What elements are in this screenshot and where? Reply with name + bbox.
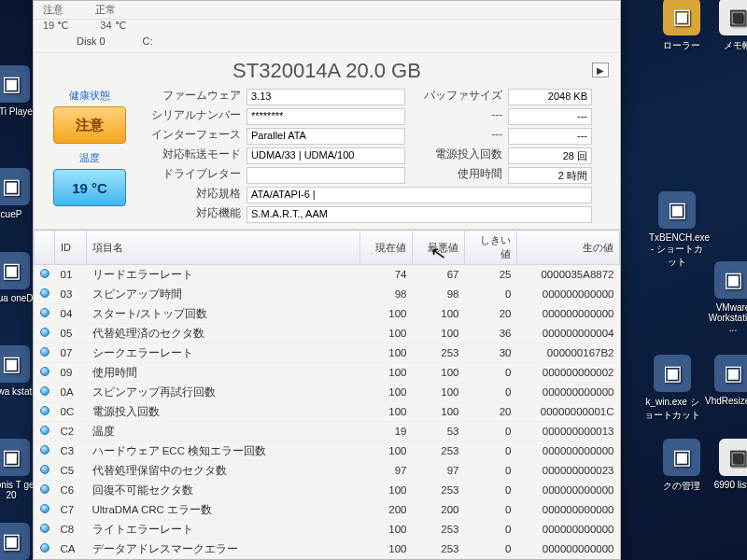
table-row[interactable]: C8ライトエラーレート1002530000000000000 [35,520,620,539]
attr-current: 200 [360,500,413,520]
status-dot [35,383,55,402]
attr-worst: 253 [413,343,465,363]
attr-id: C7 [55,500,87,520]
attr-current: 100 [360,383,413,402]
attr-raw: 000000000023 [517,461,620,481]
attr-raw: 000000000000 [517,539,620,559]
attr-id: 01 [55,265,87,285]
attr-name: スピンアップ時間 [87,285,360,304]
dash2-value: --- [508,128,592,145]
attr-threshold: 0 [465,363,517,383]
attr-current: 100 [360,343,413,363]
table-row[interactable]: C6回復不可能セクタ数1002530000000000000 [35,481,620,500]
attr-raw: 000000000000 [517,285,620,304]
desktop-icon[interactable]: ▣ローラー [654,0,710,52]
table-row[interactable]: 0C電源投入回数1001002000000000001C [35,402,620,422]
table-row[interactable]: 01リードエラーレート7467250000035A8872 [35,265,620,285]
disk-selector-row[interactable]: Disk 0 C: [34,34,620,53]
file-icon: ▣ [0,168,30,205]
col-blank[interactable] [35,231,55,265]
drive-letter: C: [143,35,153,47]
attr-name: ライトエラーレート [87,520,360,539]
attr-threshold: 0 [465,481,517,500]
attr-name: 電源投入回数 [87,402,360,422]
col-raw[interactable]: 生の値 [517,231,620,265]
col-current[interactable]: 現在値 [360,231,413,265]
status-dot [35,481,55,500]
attr-raw: 0000035A8872 [517,265,620,285]
attr-raw: 000000000000 [517,304,620,324]
status-dot [35,520,55,539]
icon-label: ローラー [654,39,710,52]
table-row[interactable]: CAデータアドレスマークエラー1002530000000000000 [35,539,620,559]
dash1-label: --- [405,108,508,125]
spec-grid: ファームウェア 3.13 バッファサイズ 2048 KB シリアルナンバー **… [144,89,611,223]
file-icon: ▣ [654,355,691,392]
col-name[interactable]: 項目名 [87,231,360,265]
table-row[interactable]: C3ハードウェア ECC 検知エラー回数1002530000000000000 [35,441,620,461]
file-icon: ▣ [0,439,30,476]
xfer-label: 対応転送モード [144,147,247,164]
firmware-label: ファームウェア [144,89,247,105]
table-row[interactable]: 04スタート/ストップ回数10010020000000000000 [35,304,620,324]
attr-id: 09 [55,363,87,383]
attr-threshold: 0 [465,461,517,481]
table-row[interactable]: C7UltraDMA CRC エラー数2002000000000000000 [35,500,620,520]
desktop-icon[interactable]: ▣VhdResizerSet... [705,355,747,406]
table-row[interactable]: 05代替処理済のセクタ数10010036000000000004 [35,324,620,343]
attr-worst: 100 [413,324,465,343]
attr-current: 100 [360,304,413,324]
status-dot [35,324,55,343]
table-row[interactable]: C5代替処理保留中のセクタ数97970000000000023 [35,461,620,481]
attr-current: 100 [360,441,413,461]
table-row[interactable]: 07シークエラーレート10025330000000167B2 [35,343,620,363]
attr-id: C3 [55,441,87,461]
col-id[interactable]: ID [55,231,87,265]
attr-worst: 253 [413,481,465,500]
attr-id: 0C [55,402,87,422]
table-row[interactable]: 03スピンアップ時間98980000000000000 [35,285,620,304]
temp2: 34 ℃ [100,20,125,32]
attr-threshold: 36 [465,324,517,343]
attr-id: C2 [55,422,87,441]
summary-panel: 健康状態 注意 温度 19 °C ファームウェア 3.13 バッファサイズ 20… [34,85,620,230]
serial-label: シリアルナンバー [144,108,247,125]
interface-label: インターフェース [144,128,247,145]
desktop-icon[interactable]: ▣6990 list.txt [710,439,747,490]
attr-id: 04 [55,304,87,324]
desktop-icon[interactable]: ▣クの管理 [654,439,710,493]
health-status-box[interactable]: 注意 [53,106,126,144]
col-threshold[interactable]: しきい値 [465,231,517,265]
buffer-value: 2048 KB [508,89,592,105]
temperature-box[interactable]: 19 °C [53,169,126,206]
icon-label: メモ帳 [710,39,747,52]
desktop-icon[interactable]: ▣TxBENCH.exe - ショートカット [649,191,705,269]
attr-threshold: 0 [465,441,517,461]
temp-label: 温度 [43,151,136,165]
table-row[interactable]: 0Aスピンアップ再試行回数1001000000000000000 [35,383,620,402]
attr-worst: 253 [413,520,465,539]
desktop-icon[interactable]: ▣メモ帳 [710,0,747,52]
status-dot [35,500,55,520]
poweron-value: 28 回 [508,147,592,164]
desktop-icon[interactable]: ▣VMware Workstation ... [705,261,747,333]
status-dot [35,304,55,324]
col-worst[interactable]: 最悪値 [413,231,465,265]
attr-current: 74 [360,265,413,285]
attr-id: 05 [55,324,87,343]
attr-current: 97 [360,461,413,481]
poweron-label: 電源投入回数 [405,147,508,164]
table-row[interactable]: C2温度19530000000000013 [35,422,620,441]
attr-raw: 000000000000 [517,500,620,520]
attr-current: 100 [360,539,413,559]
status-dot [35,363,55,383]
desktop-icon[interactable]: ▣k_win.exe ショートカット [644,355,700,422]
attr-raw: 000000000013 [517,422,620,441]
attr-worst: 100 [413,402,465,422]
play-button[interactable]: ▶ [592,63,609,77]
health-label: 健康状態 [43,89,136,103]
table-row[interactable]: 09使用時間1001000000000000002 [35,363,620,383]
attr-worst: 97 [413,461,465,481]
status-bar: 注意 正常 [34,1,620,20]
smart-attributes-table[interactable]: ID 項目名 現在値 最悪値 しきい値 生の値 01リードエラーレート74672… [34,230,620,559]
